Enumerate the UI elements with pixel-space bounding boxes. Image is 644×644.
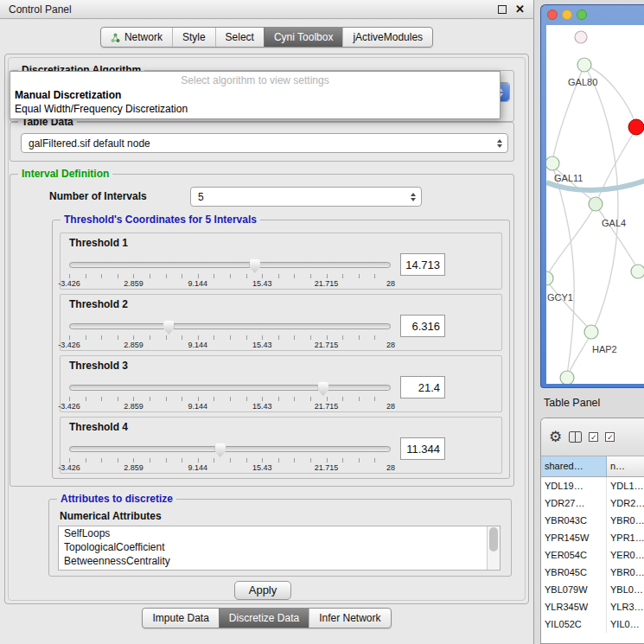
table-header-shared-name[interactable]: shared… bbox=[541, 456, 607, 476]
attribute-list-item[interactable]: BetweennessCentrality bbox=[59, 554, 500, 568]
network-node[interactable] bbox=[589, 197, 603, 211]
node-label: GAL11 bbox=[554, 173, 583, 183]
network-node[interactable] bbox=[584, 325, 598, 339]
threshold-slider[interactable] bbox=[69, 443, 391, 457]
network-canvas[interactable]: GAL80 GAL11 GAL4 GCY1 HAP2 bbox=[546, 25, 644, 384]
threshold-label: Threshold 1 bbox=[69, 237, 128, 249]
float-window-icon[interactable] bbox=[498, 5, 507, 14]
slider-track[interactable] bbox=[69, 446, 391, 452]
selected-network-node[interactable] bbox=[628, 119, 644, 135]
table-cell: YIL0… bbox=[607, 615, 644, 633]
apply-button[interactable]: Apply bbox=[234, 581, 291, 600]
table-data-combo[interactable]: galFiltered.sif default node bbox=[21, 133, 508, 153]
network-node[interactable] bbox=[575, 31, 587, 43]
table-cell: YIL052C bbox=[541, 615, 607, 633]
table-cell: YLR3… bbox=[607, 598, 644, 615]
tab-impute-data[interactable]: Impute Data bbox=[143, 609, 218, 628]
dropdown-item-manual-discretization[interactable]: Manual Discretization bbox=[10, 88, 500, 102]
right-panel-area: GAL80 GAL11 GAL4 GCY1 HAP2 Table Panel ⚙… bbox=[535, 0, 644, 644]
threshold-value-field[interactable]: 14.713 bbox=[400, 253, 445, 276]
network-node[interactable] bbox=[546, 271, 553, 285]
tick-label: 9.144 bbox=[188, 279, 208, 288]
tab-select[interactable]: Select bbox=[215, 28, 264, 47]
threshold-slider[interactable] bbox=[69, 259, 391, 273]
window-close-icon[interactable] bbox=[547, 10, 558, 20]
combo-arrows-icon bbox=[411, 193, 416, 201]
node-label: GAL4 bbox=[602, 218, 626, 228]
table-header-name[interactable]: n… bbox=[607, 456, 644, 476]
gear-icon[interactable]: ⚙ bbox=[549, 430, 562, 444]
tick-label: 21.715 bbox=[315, 341, 339, 349]
tick-label: -3.426 bbox=[58, 279, 80, 288]
list-scrollbar[interactable] bbox=[487, 526, 500, 570]
num-intervals-combo[interactable]: 5 bbox=[190, 187, 422, 207]
table-row[interactable]: YPR145WYPR1… bbox=[541, 529, 644, 546]
table-cell: YDL19… bbox=[541, 477, 607, 494]
table-cell: YER054C bbox=[541, 546, 607, 564]
slider-thumb[interactable] bbox=[317, 382, 328, 396]
tick-marks bbox=[69, 335, 391, 340]
tab-network[interactable]: Network bbox=[101, 28, 172, 47]
threshold-slider[interactable] bbox=[69, 382, 391, 396]
dropdown-item-equal-width[interactable]: Equal Width/Frequency Discretization bbox=[10, 102, 500, 116]
tick-label: -3.426 bbox=[58, 463, 80, 472]
tick-label: 28 bbox=[386, 279, 395, 288]
network-node[interactable] bbox=[546, 156, 559, 170]
checkbox-icon[interactable]: ✓ bbox=[589, 432, 598, 442]
slider-thumb[interactable] bbox=[214, 443, 226, 457]
table-row[interactable]: YER054CYER0… bbox=[541, 546, 644, 564]
tick-labels: -3.4262.8599.14415.4321.71528 bbox=[69, 463, 391, 473]
scrollbar-thumb[interactable] bbox=[489, 527, 498, 552]
tick-label: 28 bbox=[386, 341, 395, 349]
table-toolbar: ⚙ ✓ ✓ bbox=[541, 418, 644, 456]
window-zoom-icon[interactable] bbox=[577, 10, 587, 20]
tab-discretize-data[interactable]: Discretize Data bbox=[219, 609, 309, 628]
slider-thumb[interactable] bbox=[249, 259, 260, 273]
group-thresholds: Threshold's Coordinates for 5 Intervals … bbox=[52, 220, 510, 479]
table-row[interactable]: YLR345WYLR3… bbox=[541, 598, 644, 615]
tick-label: -3.426 bbox=[58, 402, 80, 411]
table-row[interactable]: YBL079WYBL0… bbox=[541, 581, 644, 598]
tick-label: 9.144 bbox=[188, 402, 208, 411]
checkbox-icon[interactable]: ✓ bbox=[605, 432, 615, 442]
table-cell: YBR045C bbox=[541, 564, 607, 581]
columns-icon[interactable] bbox=[569, 431, 582, 443]
table-cell: YER0… bbox=[607, 546, 644, 564]
tick-labels: -3.4262.8599.14415.4321.71528 bbox=[69, 402, 391, 411]
tick-label: 15.43 bbox=[252, 463, 272, 472]
network-node[interactable] bbox=[631, 265, 644, 278]
threshold-label: Threshold 3 bbox=[69, 360, 128, 372]
threshold-value-field[interactable]: 11.344 bbox=[400, 437, 445, 460]
attribute-list-item[interactable]: SelfLoops bbox=[59, 526, 500, 540]
window-minimize-icon[interactable] bbox=[562, 10, 572, 20]
table-row[interactable]: YDL19…YDL1… bbox=[541, 477, 644, 494]
tick-label: 21.715 bbox=[315, 402, 339, 411]
table-row[interactable]: YBR045CYBR0… bbox=[541, 564, 644, 581]
tick-label: 15.43 bbox=[252, 279, 272, 288]
tab-jactivemodules[interactable]: jActiveModules bbox=[342, 28, 432, 47]
numerical-attributes-label: Numerical Attributes bbox=[60, 510, 162, 522]
table-row[interactable]: YIL052CYIL0… bbox=[541, 615, 644, 633]
tab-infer-network[interactable]: Infer Network bbox=[309, 609, 390, 628]
threshold-value-field[interactable]: 6.316 bbox=[400, 315, 445, 337]
slider-track[interactable] bbox=[69, 323, 391, 329]
tick-label: 28 bbox=[386, 402, 395, 411]
cyni-settings-panel: Discretization Algorithm Select algorith… bbox=[4, 54, 529, 604]
tab-cyni-toolbox[interactable]: Cyni Toolbox bbox=[264, 28, 342, 47]
close-icon[interactable]: ✕ bbox=[515, 3, 525, 15]
tab-style[interactable]: Style bbox=[172, 28, 215, 47]
slider-track[interactable] bbox=[69, 385, 391, 391]
table-row[interactable]: YDR27…YDR2… bbox=[541, 494, 644, 512]
attribute-list-item[interactable]: TopologicalCoefficient bbox=[59, 540, 500, 554]
table-row[interactable]: YBR043CYBR0… bbox=[541, 512, 644, 529]
slider-track[interactable] bbox=[69, 262, 391, 268]
attributes-list[interactable]: SelfLoopsTopologicalCoefficientBetweenne… bbox=[58, 526, 501, 571]
tick-marks bbox=[69, 397, 391, 401]
network-node[interactable] bbox=[560, 371, 574, 384]
panel-title: Control Panel bbox=[9, 3, 498, 16]
threshold-value-field[interactable]: 21.4 bbox=[400, 376, 445, 399]
slider-thumb[interactable] bbox=[163, 321, 175, 335]
threshold-slider[interactable] bbox=[69, 321, 391, 335]
tick-label: 9.144 bbox=[188, 463, 208, 472]
network-node[interactable] bbox=[577, 58, 591, 72]
